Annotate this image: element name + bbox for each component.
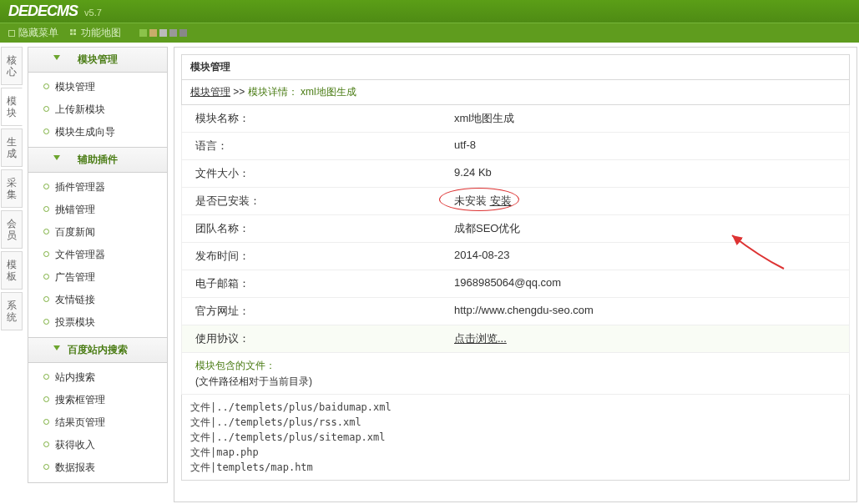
row-key: 文件大小： (182, 160, 449, 187)
sidebar-item[interactable]: 投票模块 (28, 311, 167, 334)
left-tab-4[interactable]: 会 员 (1, 210, 23, 249)
crumb-sep: >> (233, 86, 247, 98)
left-tab-1[interactable]: 模 块 (1, 88, 23, 126)
sidebar-group-header[interactable]: 辅助插件 (28, 147, 167, 173)
chevron-down-icon (53, 155, 60, 160)
grid-icon (70, 29, 78, 37)
row-key: 发布时间： (182, 243, 449, 270)
sidebar-item[interactable]: 百度新闻 (28, 221, 167, 244)
sidebar-item[interactable]: 广告管理 (28, 266, 167, 289)
dot-green[interactable] (139, 29, 147, 37)
left-tab-2[interactable]: 生 成 (1, 129, 23, 167)
row-link[interactable]: 点击浏览... (454, 332, 507, 345)
row-value: 1968985064@qq.com (449, 270, 849, 297)
row-key: 是否已安装： (182, 188, 449, 214)
install-link[interactable]: 安装 (490, 194, 512, 207)
sidebar-group-title: 模块管理 (78, 53, 118, 65)
row-value: 9.24 Kb (449, 160, 849, 187)
hide-menu-label: 隐藏菜单 (18, 26, 58, 40)
file-list: 文件|../templets/plus/baidumap.xml文件|../te… (181, 395, 850, 481)
row-key: 模块名称： (182, 105, 449, 132)
sidebar-item[interactable]: 站内搜索 (28, 366, 167, 389)
sidebar-group-header[interactable]: 百度站内搜索 (28, 337, 167, 363)
sidebar-group-title: 百度站内搜索 (68, 344, 128, 355)
sidebar-item[interactable]: 文件管理器 (28, 244, 167, 266)
left-tab-3[interactable]: 采 集 (1, 169, 23, 208)
left-tab-5[interactable]: 模 板 (1, 251, 23, 290)
dot-tan[interactable] (149, 29, 157, 37)
square-icon (8, 30, 15, 37)
row-key: 官方网址： (182, 298, 449, 325)
table-row: 使用协议：点击浏览... (182, 325, 849, 353)
file-entry: 文件|map.php (190, 445, 841, 460)
brand-text: DEDECMS (8, 3, 78, 19)
sidebar-item[interactable]: 模块管理 (28, 76, 167, 98)
row-value: 2014-08-23 (449, 243, 849, 270)
install-status: 未安装 (454, 194, 490, 207)
sidebar-item[interactable]: 获得收入 (28, 434, 167, 456)
header: DEDECMS v5.7 (0, 0, 859, 23)
hide-menu-link[interactable]: 隐藏菜单 (8, 26, 58, 40)
table-row: 团队名称：成都SEO优化 (182, 215, 849, 243)
version-text: v5.7 (84, 8, 102, 18)
dot-grey3[interactable] (179, 29, 187, 37)
chevron-down-icon (53, 345, 60, 350)
file-entry: 文件|../templets/plus/rss.xml (190, 415, 841, 430)
file-entry: 文件|../templets/plus/baidumap.xml (190, 400, 841, 415)
sidebar: 模块管理模块管理上传新模块模块生成向导辅助插件插件管理器挑错管理百度新闻文件管理… (28, 47, 168, 483)
table-row: 文件大小：9.24 Kb (182, 160, 849, 188)
logo: DEDECMS v5.7 (8, 3, 102, 20)
row-value: 点击浏览... (449, 325, 849, 352)
page-title: 模块管理 (181, 54, 850, 80)
table-row: 模块名称：xml地图生成 (182, 105, 849, 133)
row-value: xml地图生成 (449, 105, 849, 132)
row-key: 电子邮箱： (182, 270, 449, 297)
dot-grey1[interactable] (159, 29, 167, 37)
main-header: 模块管理 模块管理 >> 模块详情： xml地图生成 (181, 54, 850, 105)
sidebar-item[interactable]: 数据报表 (28, 456, 167, 479)
sidebar-item[interactable]: 结果页管理 (28, 411, 167, 434)
table-row: 发布时间：2014-08-23 (182, 243, 849, 270)
row-key: 语言： (182, 133, 449, 159)
files-label: 模块包含的文件： (181, 353, 850, 375)
crumb-leaf: 模块详情： xml地图生成 (248, 86, 356, 98)
left-tab-0[interactable]: 核 心 (1, 47, 23, 85)
row-value: utf-8 (449, 133, 849, 159)
func-map-label: 功能地图 (81, 26, 121, 40)
menubar: 隐藏菜单 功能地图 (0, 23, 859, 43)
main-panel: 模块管理 模块管理 >> 模块详情： xml地图生成 模块名称：xml地图生成语… (174, 47, 857, 502)
sidebar-item[interactable]: 插件管理器 (28, 176, 167, 199)
row-value: 未安装 安装 (449, 188, 849, 214)
row-key: 团队名称： (182, 215, 449, 242)
dot-grey2[interactable] (169, 29, 177, 37)
table-row: 官方网址：http://www.chengdu-seo.com (182, 298, 849, 325)
detail-table: 模块名称：xml地图生成语言：utf-8文件大小：9.24 Kb是否已安装：未安… (181, 105, 850, 353)
theme-dots (139, 29, 187, 37)
file-entry: 文件|templets/map.htm (190, 460, 841, 475)
table-row: 语言：utf-8 (182, 133, 849, 160)
chevron-down-icon (53, 55, 60, 60)
row-value: 成都SEO优化 (449, 215, 849, 242)
breadcrumb: 模块管理 >> 模块详情： xml地图生成 (181, 80, 850, 105)
func-map-link[interactable]: 功能地图 (70, 26, 121, 40)
sidebar-group-header[interactable]: 模块管理 (28, 47, 167, 73)
crumb-root[interactable]: 模块管理 (190, 86, 230, 98)
left-tab-6[interactable]: 系 统 (1, 292, 23, 330)
sidebar-item[interactable]: 搜索框管理 (28, 389, 167, 411)
sidebar-item[interactable]: 上传新模块 (28, 98, 167, 121)
file-entry: 文件|../templets/plus/sitemap.xml (190, 430, 841, 445)
sidebar-item[interactable]: 挑错管理 (28, 199, 167, 221)
row-value: http://www.chengdu-seo.com (449, 298, 849, 325)
row-key: 使用协议： (182, 325, 449, 352)
table-row: 电子邮箱：1968985064@qq.com (182, 270, 849, 298)
left-tabs: 核 心模 块生 成采 集会 员模 板系 统 (1, 47, 24, 333)
sidebar-item[interactable]: 模块生成向导 (28, 121, 167, 144)
files-sublabel: (文件路径相对于当前目录) (181, 375, 850, 395)
sidebar-group-title: 辅助插件 (78, 154, 118, 165)
sidebar-item[interactable]: 友情链接 (28, 289, 167, 311)
table-row: 是否已安装：未安装 安装 (182, 188, 849, 215)
